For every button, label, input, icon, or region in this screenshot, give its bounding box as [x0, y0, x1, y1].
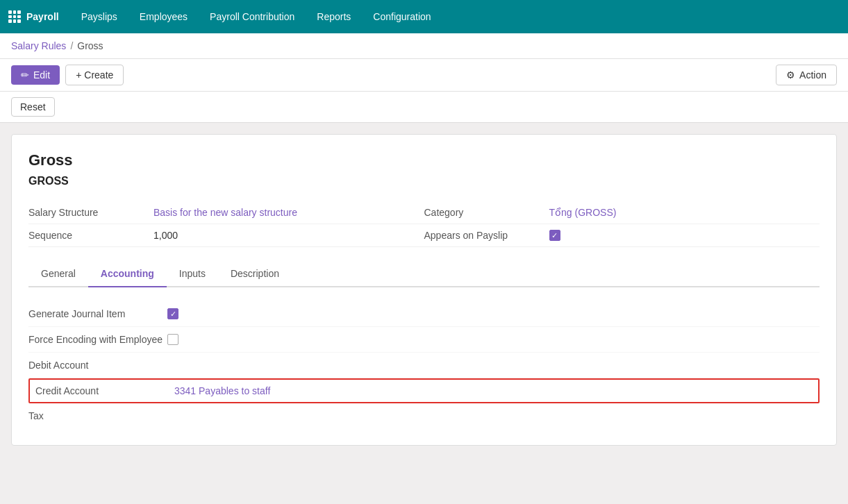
- credit-account-row: Credit Account 3341 Payables to staff: [28, 378, 820, 403]
- appears-on-payslip-checkbox[interactable]: ✓: [549, 230, 560, 241]
- debit-account-label: Debit Account: [28, 360, 167, 371]
- tab-description[interactable]: Description: [218, 261, 292, 287]
- breadcrumb: Salary Rules / Gross: [0, 33, 848, 59]
- tab-inputs[interactable]: Inputs: [167, 261, 218, 287]
- tax-row: Tax: [28, 403, 820, 428]
- force-encoding-checkbox[interactable]: [167, 334, 178, 345]
- plus-icon: +: [76, 69, 81, 81]
- sequence-value: 1,000: [153, 230, 178, 241]
- gear-icon: ⚙: [786, 69, 795, 81]
- nav-reports[interactable]: Reports: [308, 7, 359, 26]
- grid-icon: [8, 10, 21, 23]
- nav-configuration[interactable]: Configuration: [365, 7, 439, 26]
- category-value[interactable]: Tổng (GROSS): [549, 207, 617, 218]
- breadcrumb-parent[interactable]: Salary Rules: [11, 40, 66, 51]
- content-area: Gross GROSS Salary Structure Basis for t…: [11, 134, 837, 446]
- reset-bar: Reset: [0, 92, 848, 123]
- edit-button[interactable]: ✏ Edit: [11, 65, 60, 85]
- generate-journal-row: Generate Journal Item ✓: [28, 301, 820, 327]
- appears-on-payslip-label: Appears on Payslip: [424, 230, 549, 241]
- edit-icon: ✏: [21, 69, 29, 81]
- tab-accounting[interactable]: Accounting: [88, 261, 167, 287]
- force-encoding-label: Force Encoding with Employee: [28, 334, 167, 345]
- nav-employees[interactable]: Employees: [131, 7, 196, 26]
- credit-account-value[interactable]: 3341 Payables to staff: [174, 385, 270, 396]
- create-label: Create: [84, 69, 113, 81]
- sequence-row: Sequence 1,000: [28, 224, 424, 247]
- nav-payroll-contribution[interactable]: Payroll Contribution: [201, 7, 303, 26]
- record-code: GROSS: [28, 175, 820, 187]
- debit-account-row: Debit Account: [28, 353, 820, 378]
- form-fields: Salary Structure Basis for the new salar…: [28, 201, 820, 247]
- salary-structure-label: Salary Structure: [28, 207, 153, 218]
- nav-payslips[interactable]: Payslips: [73, 7, 126, 26]
- brand[interactable]: Payroll: [8, 10, 59, 23]
- action-label: Action: [799, 69, 826, 81]
- force-encoding-row: Force Encoding with Employee: [28, 327, 820, 353]
- credit-account-label: Credit Account: [35, 385, 174, 396]
- tax-label: Tax: [28, 410, 167, 421]
- create-button[interactable]: + Create: [65, 65, 124, 85]
- category-row: Category Tổng (GROSS): [424, 201, 820, 224]
- appears-on-payslip-row: Appears on Payslip ✓: [424, 224, 820, 247]
- toolbar: ✏ Edit + Create ⚙ Action: [0, 59, 848, 92]
- category-label: Category: [424, 207, 549, 218]
- salary-structure-value[interactable]: Basis for the new salary structure: [153, 207, 297, 218]
- tabs: General Accounting Inputs Description: [28, 261, 820, 287]
- brand-label: Payroll: [26, 11, 59, 22]
- edit-label: Edit: [33, 69, 50, 81]
- salary-structure-row: Salary Structure Basis for the new salar…: [28, 201, 424, 224]
- sequence-label: Sequence: [28, 230, 153, 241]
- generate-journal-checkbox[interactable]: ✓: [167, 308, 178, 319]
- navbar: Payroll Payslips Employees Payroll Contr…: [0, 0, 848, 33]
- tab-general[interactable]: General: [28, 261, 88, 287]
- generate-journal-label: Generate Journal Item: [28, 308, 167, 319]
- breadcrumb-separator: /: [70, 40, 73, 51]
- accounting-form: Generate Journal Item ✓ Force Encoding w…: [28, 301, 820, 428]
- record-title: Gross: [28, 151, 820, 169]
- breadcrumb-current: Gross: [77, 40, 103, 51]
- reset-button[interactable]: Reset: [11, 97, 55, 117]
- action-button[interactable]: ⚙ Action: [776, 65, 837, 85]
